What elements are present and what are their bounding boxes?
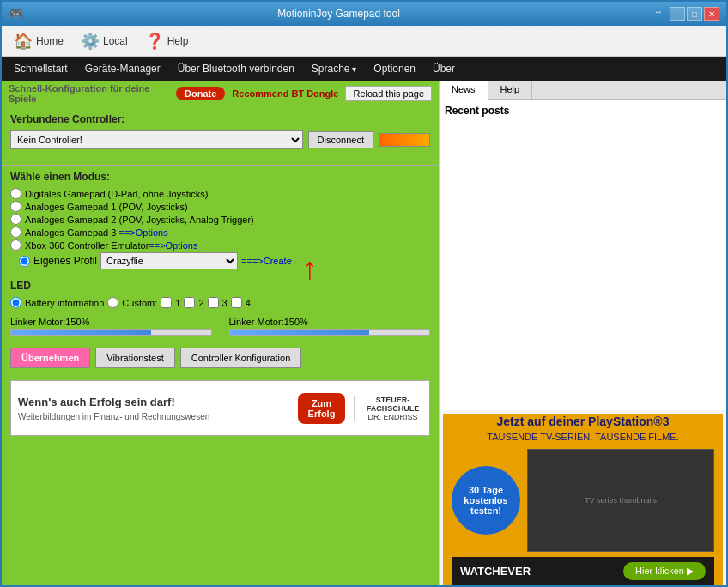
controller-konfiguration-button[interactable]: Controller Konfiguration — [180, 348, 302, 368]
donate-button[interactable]: Donate — [176, 87, 225, 100]
menu-geraete-manager[interactable]: Geräte-Manager — [76, 59, 169, 78]
close-button[interactable]: ✕ — [704, 7, 719, 21]
action-buttons: Übernehmen Vibrationstest Controller Kon… — [2, 341, 439, 375]
home-icon: 🏠 — [14, 32, 33, 51]
mode-section-title: Wähle einen Modus: — [10, 171, 430, 183]
info-bar-text: Schnell-Konfiguration für deine Spiele — [9, 83, 169, 104]
vibrationstest-button[interactable]: Vibrationstest — [95, 348, 174, 368]
right-motor: Linker Motor:150% — [229, 317, 431, 336]
minimize-button[interactable]: — — [670, 7, 685, 21]
ad-banner-right: Jetzt auf deiner PlayStation®3 TAUSENDE … — [443, 414, 723, 585]
resize-icon: ↔ — [654, 7, 663, 21]
home-label: Home — [36, 35, 64, 47]
toolbar: 🏠 Home ⚙️ Local ❓ Help — [2, 26, 726, 57]
mode-section: Wähle einen Modus: Digitales Gamepad (D-… — [2, 167, 439, 276]
radio-xbox[interactable] — [10, 239, 21, 251]
help-icon: ❓ — [145, 32, 164, 51]
help-label: Help — [167, 35, 189, 47]
hier-klicken-button[interactable]: Hier klicken ▶ — [623, 562, 706, 580]
mode-xbox: Xbox 360 Controller Emulator==>Options — [10, 239, 430, 251]
recent-posts: Recent posts — [440, 100, 726, 410]
right-panel: News Help Recent posts Jetzt auf deiner … — [439, 81, 726, 587]
maximize-button[interactable]: □ — [687, 7, 702, 21]
analog3-options-link[interactable]: ==>Options — [118, 227, 167, 238]
tab-help[interactable]: Help — [488, 81, 533, 99]
ad-left-headline: Wenn's auch Erfolg sein darf! — [18, 396, 289, 408]
led-cb-1-label: 1 — [175, 298, 180, 308]
toolbar-help[interactable]: ❓ Help — [140, 30, 194, 52]
disconnect-button[interactable]: Disconnect — [308, 131, 373, 148]
create-link[interactable]: ===>Create — [241, 256, 292, 266]
profile-label: Eigenes Profil — [33, 255, 97, 267]
menu-sprache[interactable]: Sprache — [303, 59, 365, 78]
tab-news[interactable]: News — [440, 81, 488, 100]
motor-section: Linker Motor:150% Linker Motor:150% — [2, 312, 439, 341]
toolbar-local[interactable]: ⚙️ Local — [76, 30, 133, 52]
tabs-bar: News Help — [440, 81, 726, 100]
led-cb-4[interactable] — [231, 297, 242, 308]
mode-analog2: Analoges Gamepad 2 (POV, Joysticks, Anal… — [10, 214, 430, 225]
led-battery-label: Battery information — [25, 298, 104, 308]
led-section: LED Battery information Custom: 1 2 3 4 — [2, 276, 439, 312]
right-motor-slider — [229, 329, 431, 336]
led-battery-radio[interactable] — [10, 297, 21, 308]
left-motor: Linker Motor:150% — [10, 317, 212, 336]
led-cb-1[interactable] — [161, 297, 172, 308]
mode-analog1-label: Analoges Gamepad 1 (POV, Joysticks) — [25, 202, 188, 212]
led-cb-3-label: 3 — [222, 298, 228, 308]
menu-schnellstart[interactable]: Schnellstart — [5, 59, 76, 78]
led-cb-4-label: 4 — [246, 298, 251, 308]
local-icon: ⚙️ — [81, 32, 100, 51]
led-custom-label: Custom: — [122, 298, 157, 308]
led-cb-3[interactable] — [208, 297, 219, 308]
left-motor-label: Linker Motor:150% — [10, 317, 212, 327]
controller-row: Kein Controller! Disconnect — [10, 130, 430, 149]
radio-analog3[interactable] — [10, 227, 21, 238]
content-area: Schnell-Konfiguration für deine Spiele D… — [2, 81, 726, 587]
mode-digital-label: Digitales Gamepad (D-Pad, ohne Joysticks… — [25, 189, 208, 199]
led-custom-radio[interactable] — [107, 297, 118, 308]
mode-xbox-label: Xbox 360 Controller Emulator==>Options — [25, 240, 197, 251]
app-window: 🎮 MotioninJoy Gamepad tool ↔ — □ ✕ 🏠 Hom… — [0, 0, 728, 587]
left-content: Verbundene Controller: Kein Controller! … — [2, 106, 439, 587]
mode-digital: Digitales Gamepad (D-Pad, ohne Joysticks… — [10, 188, 430, 199]
ad-left-logo: STEUER-FACHSCHULE DR. ENDRISS — [354, 396, 422, 421]
menu-bluetooth[interactable]: Über Bluetooth verbinden — [169, 59, 303, 78]
ad-ps3-subtitle: TAUSENDE TV-SERIEN. TAUSENDE FILME. — [487, 432, 679, 442]
mode-analog3: Analoges Gamepad 3 ==>Options — [10, 227, 430, 238]
menu-uber[interactable]: Über — [424, 59, 464, 78]
menubar: Schnellstart Geräte-Manager Über Bluetoo… — [2, 57, 726, 81]
radio-analog1[interactable] — [10, 201, 21, 212]
ad-right-inner: 30 Tage kostenlos testen! TV series thum… — [452, 449, 714, 552]
ad-left-subtext: Weiterbildungen im Finanz- und Rechnungs… — [18, 412, 289, 421]
profile-select[interactable]: Crazyflie — [100, 252, 238, 269]
mode-analog3-label: Analoges Gamepad 3 ==>Options — [25, 227, 168, 238]
right-motor-fill — [230, 330, 370, 335]
recent-posts-label: Recent posts — [445, 105, 509, 117]
controller-section: Verbundene Controller: Kein Controller! … — [2, 106, 439, 163]
ad-left-button[interactable]: Zum Erfolg — [298, 393, 345, 424]
radio-profile[interactable] — [19, 256, 30, 267]
left-motor-slider — [10, 329, 212, 336]
ad-circle: 30 Tage kostenlos testen! — [452, 466, 520, 535]
watchever-bar: WATCHEVER Hier klicken ▶ — [452, 557, 714, 585]
local-label: Local — [103, 35, 128, 47]
controller-select[interactable]: Kein Controller! — [10, 130, 303, 149]
battery-bar — [379, 133, 430, 147]
led-title: LED — [10, 280, 430, 292]
toolbar-home[interactable]: 🏠 Home — [9, 30, 69, 52]
radio-digital[interactable] — [10, 188, 21, 199]
xbox-options-link[interactable]: ==>Options — [149, 240, 197, 251]
title-bar: 🎮 MotioninJoy Gamepad tool ↔ — □ ✕ — [2, 2, 726, 26]
reload-button[interactable]: Reload this page — [345, 86, 432, 101]
menu-optionen[interactable]: Optionen — [365, 59, 424, 78]
title-bar-icon: 🎮 — [9, 7, 23, 21]
led-row: Battery information Custom: 1 2 3 4 — [10, 297, 430, 308]
ubernehmen-button[interactable]: Übernehmen — [10, 348, 90, 368]
profile-row: Eigenes Profil Crazyflie ===>Create — [10, 252, 430, 269]
ad-ps3-title: Jetzt auf deiner PlayStation®3 — [497, 415, 670, 428]
led-cb-2[interactable] — [184, 297, 195, 308]
recommend-text: Recommend BT Dongle — [232, 88, 338, 99]
radio-analog2[interactable] — [10, 214, 21, 225]
watchever-label: WATCHEVER — [460, 565, 531, 578]
